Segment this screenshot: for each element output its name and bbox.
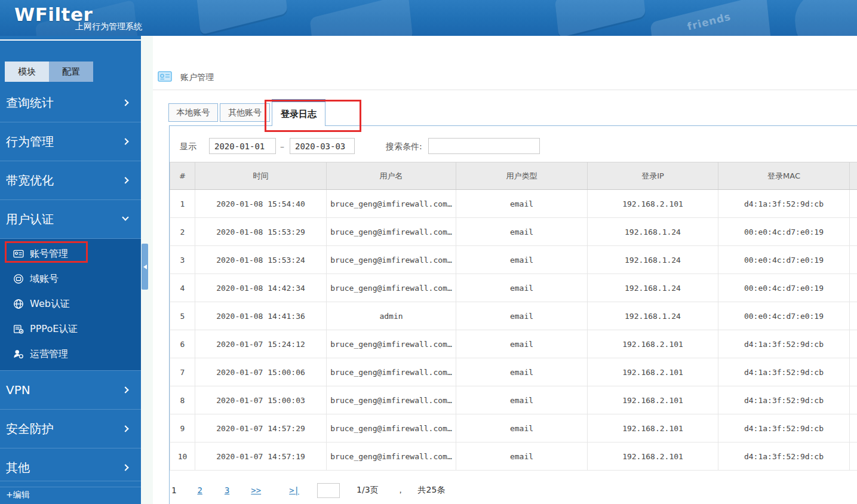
- login-log-panel: 显示 – 搜索条件: # 时间 用户名 用户类型 登录IP 登录MAC 120: [169, 125, 857, 504]
- table-cell-index: 6: [170, 330, 195, 358]
- date-from-input[interactable]: [209, 138, 276, 154]
- sidebar-item-query-stats[interactable]: 查询统计: [0, 84, 141, 122]
- table-row: 42020-01-08 14:42:34bruce_geng@imfirewal…: [170, 274, 857, 302]
- sidebar-item-security[interactable]: 安全防护: [0, 410, 141, 448]
- page-title-row: 账户管理: [153, 36, 857, 90]
- page-current: 1: [171, 485, 176, 495]
- sidebar-tab-modules[interactable]: 模块: [5, 62, 49, 82]
- sidebar-item-user-auth[interactable]: 用户认证: [0, 200, 141, 239]
- table-cell-index: 8: [170, 386, 195, 414]
- keyboard-key-decor: [555, 0, 646, 36]
- date-to-input[interactable]: [290, 138, 355, 154]
- table-row: 92020-01-07 14:57:29bruce_geng@imfirewal…: [170, 414, 857, 442]
- table-cell-extra: [850, 246, 857, 274]
- sidebar-item-label: 安全防护: [6, 422, 54, 436]
- sidebar-tab-config[interactable]: 配置: [49, 62, 93, 82]
- table-cell-username: bruce_geng@imfirewall.com…: [327, 246, 456, 274]
- table-cell-time: 2020-01-08 14:42:34: [195, 274, 327, 302]
- table-cell-login-mac: d4:1a:3f:52:9d:cb: [718, 358, 850, 386]
- table-row: 62020-01-07 15:24:12bruce_geng@imfirewal…: [170, 330, 857, 358]
- sidebar-tab-config-label: 配置: [62, 66, 80, 78]
- page-next-link[interactable]: >>: [251, 485, 261, 495]
- table-cell-time: 2020-01-07 15:24:12: [195, 330, 327, 358]
- sidebar-subitem-operation-mgmt[interactable]: 运营管理: [0, 342, 141, 367]
- sidebar-subitem-account-mgmt[interactable]: 账号管理: [0, 241, 141, 266]
- table-cell-extra: [850, 218, 857, 246]
- table-cell-usertype: email: [456, 414, 588, 442]
- sidebar-edit-link[interactable]: +编辑: [0, 481, 141, 500]
- table-row: 52020-01-08 14:41:36adminemail192.168.1.…: [170, 302, 857, 330]
- chevron-right-icon: [122, 425, 128, 432]
- table-cell-index: 9: [170, 414, 195, 442]
- table-cell-extra: [850, 386, 857, 414]
- sidebar-item-label: 带宽优化: [6, 173, 54, 188]
- sidebar-item-label: 其他: [6, 460, 30, 475]
- sidebar-item-bandwidth-opt[interactable]: 带宽优化: [0, 161, 141, 200]
- table-row: 102020-01-07 14:57:19bruce_geng@imfirewa…: [170, 442, 857, 471]
- table-cell-index: 2: [170, 218, 195, 246]
- col-header-login-mac: 登录MAC: [718, 162, 850, 190]
- table-cell-index: 3: [170, 246, 195, 274]
- table-cell-login-mac: d4:1a:3f:52:9d:cb: [718, 386, 850, 414]
- sidebar-item-behavior-mgmt[interactable]: 行为管理: [0, 122, 141, 161]
- page-last-link[interactable]: >|: [289, 485, 299, 495]
- table-cell-login-ip: 192.168.1.24: [588, 302, 718, 330]
- table-cell-login-mac: d4:1a:3f:52:9d:cb: [718, 190, 850, 218]
- globe-icon: [13, 299, 24, 309]
- table-cell-extra: [850, 302, 857, 330]
- date-range-dash: –: [280, 142, 284, 151]
- sidebar-subitem-pppoe-auth[interactable]: PPPoE认证: [0, 316, 141, 342]
- table-cell-index: 1: [170, 190, 195, 218]
- table-cell-extra: [850, 414, 857, 442]
- table-cell-usertype: email: [456, 330, 588, 358]
- search-condition-input[interactable]: [428, 138, 540, 154]
- tab-local-accounts[interactable]: 本地账号: [168, 103, 218, 122]
- table-cell-username: bruce_geng@imfirewall.com…: [327, 330, 456, 358]
- table-cell-usertype: email: [456, 302, 588, 330]
- table-cell-login-ip: 192.168.2.101: [588, 358, 718, 386]
- table-cell-usertype: email: [456, 274, 588, 302]
- table-cell-index: 7: [170, 358, 195, 386]
- tab-login-log[interactable]: 登录日志: [272, 102, 325, 126]
- table-cell-time: 2020-01-08 15:54:40: [195, 190, 327, 218]
- sidebar-collapse-handle[interactable]: [142, 244, 148, 290]
- col-header-login-ip: 登录IP: [588, 162, 718, 190]
- table-row: 22020-01-08 15:53:29bruce_geng@imfirewal…: [170, 218, 857, 246]
- table-cell-username: bruce_geng@imfirewall.com…: [327, 218, 456, 246]
- col-header-username: 用户名: [327, 162, 456, 190]
- id-card-icon: [13, 248, 24, 259]
- col-header-extra: [850, 162, 857, 190]
- table-cell-index: 4: [170, 274, 195, 302]
- tab-other-accounts[interactable]: 其他账号: [220, 103, 270, 122]
- table-cell-usertype: email: [456, 190, 588, 218]
- sidebar-subitem-domain-account[interactable]: 域账号: [0, 266, 141, 291]
- table-cell-login-mac: 00:e0:4c:d7:e0:19: [718, 274, 850, 302]
- sidebar-item-label: 用户认证: [6, 212, 54, 226]
- table-cell-extra: [850, 190, 857, 218]
- table-cell-extra: [850, 330, 857, 358]
- top-banner: friends WFilter 上网行为管理系统: [0, 0, 857, 36]
- collapse-arrow-icon: [143, 265, 147, 269]
- keyboard-key-decor: [196, 0, 288, 35]
- table-cell-extra: [850, 274, 857, 302]
- page-link-3[interactable]: 3: [225, 485, 229, 495]
- page-goto-input[interactable]: [317, 483, 340, 498]
- table-cell-usertype: email: [456, 386, 588, 414]
- brand-subtitle: 上网行为管理系统: [75, 21, 142, 32]
- user-operation-icon: [13, 349, 24, 359]
- tab-label: 本地账号: [177, 107, 210, 118]
- total-records: 共25条: [418, 485, 446, 496]
- search-condition-label: 搜索条件:: [386, 142, 422, 152]
- sidebar-subitem-web-auth[interactable]: Web认证: [0, 291, 141, 316]
- table-cell-time: 2020-01-08 14:41:36: [195, 302, 327, 330]
- table-cell-extra: [850, 358, 857, 386]
- table-cell-login-mac: d4:1a:3f:52:9d:cb: [718, 330, 850, 358]
- page-link-2[interactable]: 2: [197, 485, 202, 495]
- table-cell-login-ip: 192.168.2.101: [588, 330, 718, 358]
- page-info-comma: ，: [397, 485, 405, 496]
- sidebar-menu: 查询统计 行为管理 带宽优化 用户认证: [0, 84, 141, 487]
- table-row: 82020-01-07 15:00:03bruce_geng@imfirewal…: [170, 386, 857, 414]
- table-cell-login-ip: 192.168.1.24: [588, 218, 718, 246]
- chevron-right-icon: [122, 386, 128, 393]
- sidebar-item-vpn[interactable]: VPN: [0, 371, 141, 410]
